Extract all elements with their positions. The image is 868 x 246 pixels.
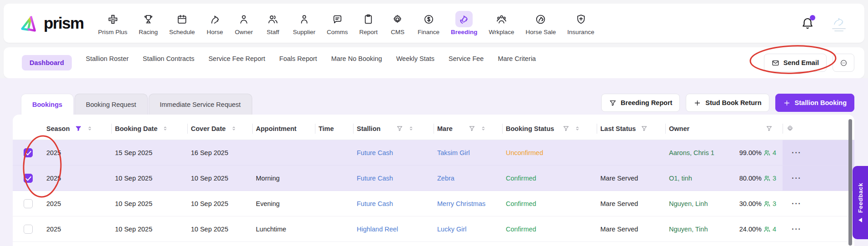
owner-filter-icon[interactable]	[766, 125, 773, 132]
col-stallion[interactable]: Stallion	[353, 117, 434, 140]
column-settings-gear-icon[interactable]	[786, 125, 794, 132]
mare-filter-icon[interactable]	[469, 125, 475, 132]
col-last-status[interactable]: Last Status	[597, 117, 665, 140]
sub-nav-items: DashboardStallion RosterStallion Contrac…	[22, 55, 536, 70]
ownership-info: 99.00%4	[739, 149, 776, 156]
ownership-percent: 30.00%	[739, 200, 762, 207]
table-row[interactable]: 202510 Sep 202510 Sep 2025EveningFuture …	[13, 191, 854, 216]
top-nav-item-horse[interactable]: Horse	[206, 11, 224, 35]
top-nav-item-label: Prism Plus	[98, 29, 128, 35]
row-more-actions-icon[interactable]: ···	[792, 149, 801, 156]
top-nav-item-label: Staff	[267, 29, 279, 35]
sub-nav-item-mare-no-booking[interactable]: Mare No Booking	[331, 55, 382, 62]
row-checkbox[interactable]	[24, 148, 33, 157]
breeding-report-button[interactable]: Breeding Report	[601, 94, 680, 112]
top-nav-item-breeding[interactable]: Breeding	[451, 11, 478, 35]
top-nav-item-horse-sale[interactable]: Horse Sale	[526, 11, 556, 35]
stallion-link[interactable]: Future Cash	[357, 200, 393, 207]
sub-nav-item-mare-criteria[interactable]: Mare Criteria	[498, 55, 536, 62]
tab-immediate-service-request[interactable]: Immediate Service Request	[149, 94, 252, 115]
stallion-filter-icon[interactable]	[396, 125, 403, 132]
table-row[interactable]: 202510 Sep 202510 Sep 2025MorningFuture …	[13, 166, 854, 191]
tab-booking-request[interactable]: Booking Request	[75, 94, 147, 115]
mare-link[interactable]: Zebra	[437, 175, 454, 182]
stallion-link[interactable]: Highland Reel	[357, 226, 398, 233]
top-nav-item-supplier[interactable]: Supplier	[293, 11, 315, 35]
gear-icon	[389, 11, 406, 27]
mare-link[interactable]: Taksim Girl	[437, 149, 470, 156]
owner-link[interactable]: O1, tinh	[669, 175, 692, 182]
mare-sort-icon[interactable]	[480, 126, 486, 131]
col-owner[interactable]: Owner	[665, 117, 783, 140]
booking-status-filter-icon[interactable]	[563, 125, 569, 132]
owner-link[interactable]: Nguyen, Linh	[669, 200, 708, 207]
season-cell: 2025	[43, 216, 111, 241]
col-season-label: Season	[46, 125, 70, 132]
more-options-button[interactable]	[833, 54, 854, 72]
row-more-actions-icon[interactable]: ···	[792, 174, 801, 182]
mare-link[interactable]: Merry Christmas	[437, 200, 485, 207]
season-filter-icon[interactable]	[75, 125, 82, 132]
booking-date-sort-icon[interactable]	[162, 126, 168, 131]
col-actions[interactable]	[783, 117, 854, 140]
top-nav-item-schedule[interactable]: Schedule	[169, 11, 195, 35]
sub-nav-item-stallion-roster[interactable]: Stallion Roster	[86, 55, 129, 62]
vertical-scrollbar[interactable]	[848, 119, 852, 246]
tab-bookings[interactable]: Bookings	[21, 94, 74, 115]
feedback-label: Feedback	[857, 183, 864, 213]
col-season[interactable]: Season	[43, 117, 111, 140]
sub-nav-item-weekly-stats[interactable]: Weekly Stats	[396, 55, 434, 62]
top-nav-item-racing[interactable]: Racing	[139, 11, 158, 35]
top-nav-item-label: Comms	[327, 29, 348, 35]
table-row[interactable]: 202510 Sep 202510 Sep 2025LunchtimeHighl…	[13, 216, 854, 242]
stallion-link[interactable]: Future Cash	[357, 175, 393, 182]
top-nav-item-insurance[interactable]: Insurance	[567, 11, 594, 35]
mare-link[interactable]: Lucky Girl	[437, 226, 466, 233]
feedback-button[interactable]: Feedback	[853, 166, 868, 239]
row-checkbox[interactable]	[24, 199, 33, 208]
booking-status-sort-icon[interactable]	[574, 126, 580, 131]
last-status-cell: Mare Served	[597, 166, 665, 191]
row-more-actions-icon[interactable]: ···	[792, 200, 801, 207]
row-checkbox[interactable]	[24, 225, 33, 234]
owner-link[interactable]: Nguyen, Tinh	[669, 226, 708, 233]
table-body: 202515 Sep 202516 Sep 2025Future CashTak…	[13, 140, 854, 242]
table-header-row: Season Booking Date Cover Date Appointme…	[13, 117, 854, 140]
sub-nav-item-dashboard[interactable]: Dashboard	[22, 55, 72, 70]
sub-nav-item-stallion-contracts[interactable]: Stallion Contracts	[143, 55, 195, 62]
top-nav-item-report[interactable]: Report	[359, 11, 378, 35]
stallion-sort-icon[interactable]	[408, 126, 414, 131]
top-nav-item-staff[interactable]: Staff	[264, 11, 281, 35]
owner-link[interactable]: Aarons, Chris 1	[669, 149, 714, 156]
col-booking-date[interactable]: Booking Date	[111, 117, 187, 140]
org-horse-icon	[831, 15, 847, 27]
sub-nav-item-service-fee-report[interactable]: Service Fee Report	[209, 55, 265, 62]
top-nav-item-cms[interactable]: CMS	[389, 11, 406, 35]
stallion-link[interactable]: Future Cash	[357, 149, 393, 156]
table-row[interactable]: 202515 Sep 202516 Sep 2025Future CashTak…	[13, 140, 854, 166]
col-booking-status[interactable]: Booking Status	[502, 117, 597, 140]
top-nav-item-comms[interactable]: Comms	[327, 11, 348, 35]
row-more-actions-icon[interactable]: ···	[792, 225, 801, 233]
organisation-logo[interactable]	[827, 11, 851, 35]
top-nav-item-finance[interactable]: Finance	[418, 11, 439, 35]
stallion-booking-button[interactable]: Stallion Booking	[775, 94, 854, 112]
prism-logo[interactable]: prism	[19, 14, 84, 33]
col-mare[interactable]: Mare	[434, 117, 502, 140]
cover-date-sort-icon[interactable]	[231, 126, 237, 131]
season-sort-icon[interactable]	[87, 126, 93, 131]
top-nav-item-wrkplace[interactable]: Wrkplace	[489, 11, 514, 35]
sub-nav-item-service-fee[interactable]: Service Fee	[449, 55, 484, 62]
subnav-actions: Send Email	[764, 54, 854, 72]
last-status-filter-icon[interactable]	[641, 125, 648, 132]
row-checkbox[interactable]	[24, 174, 33, 183]
send-email-button[interactable]: Send Email	[764, 54, 827, 72]
top-nav-item-owner[interactable]: Owner	[235, 11, 253, 35]
top-nav-item-label: Finance	[418, 29, 439, 35]
col-cover-date[interactable]: Cover Date	[187, 117, 252, 140]
stud-book-return-button[interactable]: Stud Book Return	[686, 94, 769, 112]
top-nav-item-prism-plus[interactable]: Prism Plus	[98, 11, 128, 35]
owners-count-icon	[763, 200, 771, 207]
sub-nav-item-foals-report[interactable]: Foals Report	[279, 55, 317, 62]
notifications-button[interactable]	[801, 16, 814, 30]
